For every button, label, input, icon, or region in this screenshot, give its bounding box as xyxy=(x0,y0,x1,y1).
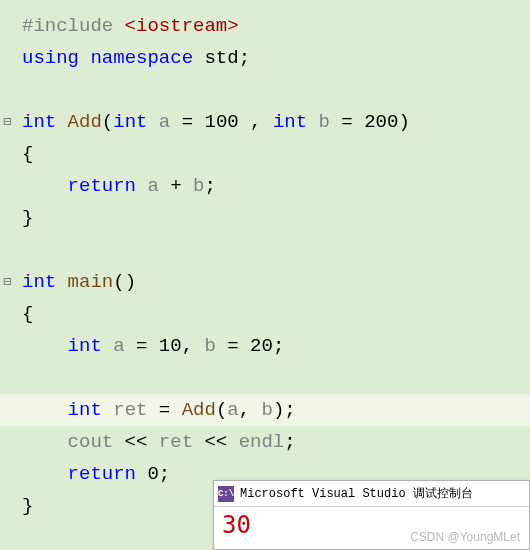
preprocessor-directive: #include xyxy=(22,15,113,37)
code-line: #include <iostream> xyxy=(22,10,530,42)
code-line: return a + b; xyxy=(22,170,530,202)
code-line: cout << ret << endl; xyxy=(22,426,530,458)
code-line-blank xyxy=(22,362,530,394)
include-header: <iostream> xyxy=(113,15,238,37)
code-line: int a = 10, b = 20; xyxy=(22,330,530,362)
code-line: } xyxy=(22,202,530,234)
code-line-blank xyxy=(22,234,530,266)
watermark-text: CSDN @YoungMLet xyxy=(410,530,520,544)
code-editor[interactable]: #include <iostream> using namespace std;… xyxy=(0,0,530,532)
code-line: using namespace std; xyxy=(22,42,530,74)
code-line: ⊟int Add(int a = 100 , int b = 200) xyxy=(22,106,530,138)
console-titlebar[interactable]: C:\ Microsoft Visual Studio 调试控制台 xyxy=(214,481,529,507)
code-line-blank xyxy=(22,74,530,106)
console-title-text: Microsoft Visual Studio 调试控制台 xyxy=(240,485,473,502)
code-line: { xyxy=(22,298,530,330)
code-line-highlighted: int ret = Add(a, b); xyxy=(0,394,530,426)
code-line: ⊟int main() xyxy=(22,266,530,298)
collapse-icon[interactable]: ⊟ xyxy=(3,106,11,138)
collapse-icon[interactable]: ⊟ xyxy=(3,266,11,298)
code-line: { xyxy=(22,138,530,170)
console-icon: C:\ xyxy=(218,486,234,502)
